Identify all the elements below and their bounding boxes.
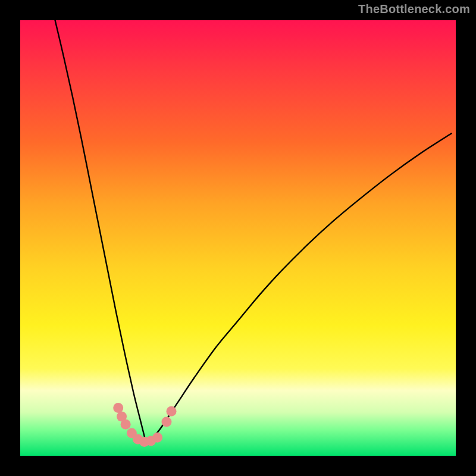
trough-marker — [161, 416, 171, 427]
watermark: TheBottleneck.com — [358, 2, 470, 16]
trough-marker — [152, 433, 162, 443]
trough-marker — [113, 403, 123, 413]
trough-marker — [167, 406, 177, 416]
chart-background — [20, 20, 456, 456]
bottleneck-chart — [0, 0, 476, 476]
trough-marker — [121, 419, 131, 430]
